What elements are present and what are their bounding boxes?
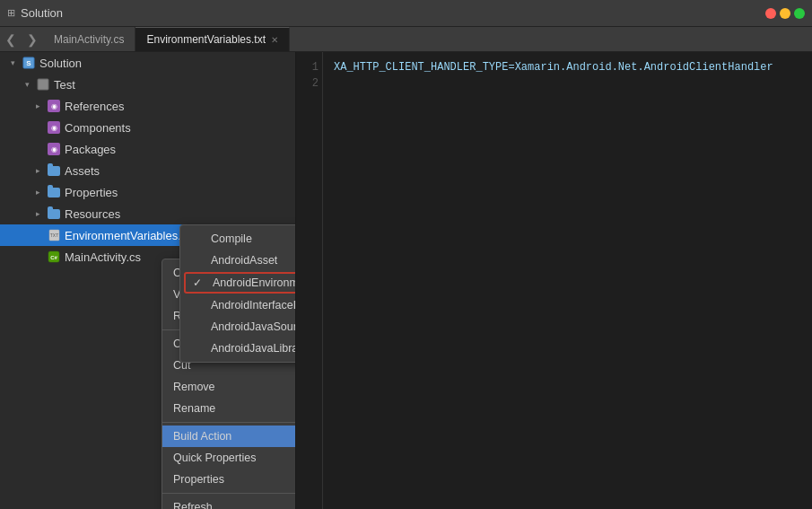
svg-rect-2 [38, 79, 48, 90]
mainactivity-icon: C# [47, 250, 61, 264]
ctx-rename[interactable]: Rename ⌘R [162, 398, 296, 419]
ctx-quick-properties[interactable]: Quick Properties ▶ [162, 447, 296, 469]
svg-text:S: S [26, 59, 31, 67]
tab-mainactivity-label: MainActivity.cs [54, 33, 124, 46]
tree-item-test-project[interactable]: Test [0, 74, 295, 95]
ctx-remove[interactable]: Remove [162, 376, 296, 398]
ctx-quick-properties-label: Quick Properties [173, 452, 256, 464]
references-icon: ◉ [47, 99, 61, 113]
sidebar: S Solution Test ◉ References [0, 52, 296, 509]
chevron-test [22, 79, 32, 90]
maximize-button[interactable] [794, 8, 805, 19]
sub-androidinterfacedesc[interactable]: ✓ AndroidInterfaceDescription [180, 294, 296, 316]
editor-content[interactable]: XA_HTTP_CLIENT_HANDLER_TYPE=Xamarin.Andr… [323, 52, 812, 509]
close-button[interactable] [765, 8, 776, 19]
properties-label: Properties [65, 186, 118, 199]
test-project-label: Test [54, 78, 75, 92]
components-icon: ◉ [47, 120, 61, 135]
line-numbers: 1 2 [296, 52, 323, 509]
envvars-file-icon: TXT [47, 228, 61, 242]
tab-environmentvariables-label: EnvironmentVariables.txt [146, 33, 266, 46]
env-var-text: XA_HTTP_CLIENT_HANDLER_TYPE=Xamarin.Andr… [334, 61, 773, 74]
sub-androidasset-label: AndroidAsset [211, 254, 277, 267]
tab-nav-forward[interactable]: ❯ [22, 27, 43, 51]
sub-compile[interactable]: ✓ Compile [180, 228, 296, 250]
ctx-properties-label: Properties [173, 473, 224, 486]
svg-text:TXT: TXT [49, 233, 57, 238]
tree-item-solution[interactable]: S Solution [0, 52, 295, 74]
tab-close-icon[interactable]: ✕ [271, 35, 278, 45]
sub-androidenvironment-label: AndroidEnvironment [213, 276, 296, 289]
tab-nav-back[interactable]: ❮ [0, 27, 22, 51]
editor-area: 1 2 XA_HTTP_CLIENT_HANDLER_TYPE=Xamarin.… [296, 52, 812, 509]
solution-title: Solution [21, 6, 63, 20]
resources-label: Resources [65, 207, 120, 221]
sub-compile-label: Compile [211, 233, 252, 245]
ctx-remove-label: Remove [173, 381, 215, 393]
tabs-bar: ❮ ❯ MainActivity.cs EnvironmentVariables… [0, 27, 812, 52]
ctx-sep-2 [162, 422, 296, 423]
references-label: References [65, 100, 124, 113]
solution-label: Solution [39, 57, 82, 70]
ctx-build-action[interactable]: Build Action ▶ [162, 426, 296, 447]
solution-panel-header: ⊞ Solution [0, 0, 812, 27]
sub-androidjavasource[interactable]: ✓ AndroidJavaSource [180, 316, 296, 338]
packages-label: Packages [65, 143, 116, 156]
tree-item-assets[interactable]: Assets [0, 160, 295, 181]
ctx-rename-label: Rename [173, 402, 215, 415]
chevron-resources [32, 208, 43, 219]
packages-icon: ◉ [47, 142, 61, 156]
ctx-refresh-label: Refresh [173, 501, 213, 509]
assets-icon [47, 163, 61, 178]
sub-androidjavasource-label: AndroidJavaSource [211, 320, 296, 333]
tree-item-packages[interactable]: ◉ Packages [0, 138, 295, 160]
svg-text:C#: C# [50, 255, 57, 260]
sub-androidasset[interactable]: ✓ AndroidAsset [180, 250, 296, 271]
assets-label: Assets [65, 164, 100, 178]
envvars-label: EnvironmentVariables.t... [65, 229, 194, 242]
window-controls [765, 8, 805, 19]
solution-icon: S [22, 56, 36, 70]
ctx-sep-3 [162, 493, 296, 494]
resources-icon [47, 206, 61, 221]
build-action-submenu: ✓ Compile ✓ AndroidAsset ✓ AndroidEnviro… [179, 224, 296, 363]
line-num-2: 2 [300, 75, 319, 92]
tree-item-resources[interactable]: Resources [0, 203, 295, 224]
tree-item-components[interactable]: ◉ Components [0, 117, 295, 138]
sub-androidjavalibrary[interactable]: ✓ AndroidJavaLibrary [180, 338, 296, 359]
properties-folder-icon [47, 185, 61, 199]
ctx-properties[interactable]: Properties [162, 469, 296, 490]
minimize-button[interactable] [780, 8, 790, 19]
editor-line-1: XA_HTTP_CLIENT_HANDLER_TYPE=Xamarin.Andr… [334, 59, 801, 75]
tab-environmentvariables[interactable]: EnvironmentVariables.txt ✕ [135, 27, 290, 51]
main-layout: S Solution Test ◉ References [0, 52, 812, 509]
solution-icon: ⊞ [7, 7, 15, 19]
chevron-assets [32, 165, 43, 176]
sub-androidenvironment[interactable]: ✓ AndroidEnvironment [184, 272, 296, 294]
sub-androidjavalibrary-label: AndroidJavaLibrary [211, 342, 296, 355]
chevron-properties [32, 187, 43, 197]
mainactivity-label: MainActivity.cs [65, 250, 141, 264]
chevron-solution [7, 57, 18, 68]
test-project-icon [36, 77, 50, 92]
tab-mainactivity[interactable]: MainActivity.cs [43, 27, 135, 51]
sub-androidinterfacedesc-label: AndroidInterfaceDescription [211, 299, 296, 312]
androidenvironment-check-icon: ✓ [193, 276, 205, 289]
line-num-1: 1 [300, 59, 319, 75]
ctx-refresh[interactable]: Refresh [162, 496, 296, 509]
tree-item-references[interactable]: ◉ References [0, 95, 295, 117]
editor-line-2 [334, 75, 801, 92]
ctx-build-action-label: Build Action [173, 430, 231, 443]
components-label: Components [65, 121, 131, 135]
chevron-references [32, 101, 43, 111]
tree-item-properties[interactable]: Properties [0, 181, 295, 203]
